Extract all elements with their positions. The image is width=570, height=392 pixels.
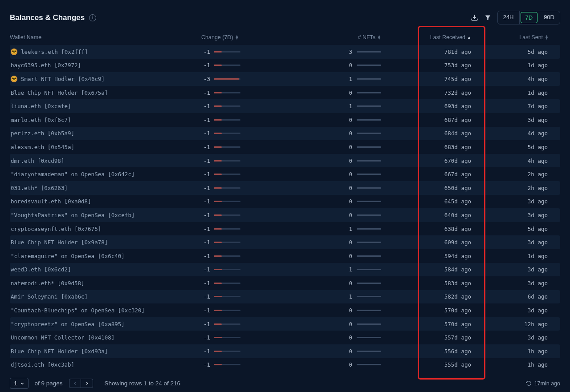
refresh-icon[interactable] [526,380,532,386]
cell-wallet: weed3.eth [0x6cd2] [10,266,201,273]
col-received[interactable]: Last Received▲ [384,34,473,40]
filter-icon[interactable] [484,14,491,21]
col-change-label: Change (7D) [201,34,233,40]
cell-change: -1 [201,144,264,150]
wallet-name: natemodi.eth* [0x9d58] [11,280,85,287]
table-row[interactable]: natemodi.eth* [0x9d58]-10583d ago3d ago [10,276,560,290]
table-row[interactable]: djtsoi.eth [0xc3ab]-10555d ago1h ago [10,358,560,372]
cell-wallet: Uncommon NFT Collector [0x4108] [10,334,201,341]
cell-sent: 7d ago [473,103,549,109]
change-value: -1 [201,158,210,164]
table-row[interactable]: 😎Smart NFT Hodler [0x46c9]-31745d ago4h … [10,72,560,86]
table-row[interactable]: perlzz.eth [0xb5a9]-10684d ago4d ago [10,127,560,141]
table-row[interactable]: "claremaguire" on OpenSea [0x6c40]-10594… [10,249,560,263]
table-row[interactable]: dmr.eth [0xcd98]-10670d ago4h ago [10,154,560,168]
cell-nfts: 0 [264,253,384,259]
table-row[interactable]: Amir Soleymani [0xab6c]-11582d ago6d ago [10,290,560,304]
table-row[interactable]: alexsm.eth [0x545a]-10683d ago5d ago [10,140,560,154]
sort-icon: ▲▼ [545,35,549,40]
range-7d[interactable]: 7D [521,12,538,23]
balances-table: Wallet Name Change (7D)▲▼ # NFTs▲▼ Last … [10,34,560,372]
cell-received: 667d ago [384,171,473,178]
table-row[interactable]: 😎leekers.eth [0x2fff]-13781d ago5d ago [10,45,560,59]
change-bar [214,201,240,202]
nfts-bar [357,65,381,66]
wallet-name: 031.eth* [0x6263] [11,185,68,191]
table-row[interactable]: marlo.eth [0xf6c7]-10687d ago3d ago [10,113,560,127]
pager-prev[interactable] [69,379,81,388]
change-value: -1 [201,62,210,69]
cell-wallet: "claremaguire" on OpenSea [0x6c40] [10,253,201,259]
nfts-value: 0 [346,334,352,341]
table-row[interactable]: Blue Chip NFT Holder [0x675a]-10732d ago… [10,86,560,100]
cell-change: -1 [201,158,264,164]
cell-wallet: perlzz.eth [0xb5a9] [10,130,201,137]
wallet-name: Smart NFT Hodler [0x46c9] [21,76,105,82]
pager-next[interactable] [81,379,93,388]
wallet-name: perlzz.eth [0xb5a9] [11,130,74,137]
nfts-bar [357,323,381,325]
table-row[interactable]: 031.eth* [0x6263]-10650d ago2h ago [10,181,560,195]
col-wallet[interactable]: Wallet Name [10,34,201,40]
cell-received: 638d ago [384,226,473,232]
cell-sent: 3d ago [473,239,549,246]
table-row[interactable]: Blue Chip NFT Holder [0x9a78]-10609d ago… [10,235,560,249]
nfts-value: 0 [346,280,352,287]
table-row[interactable]: "diaryofamademan" on OpenSea [0x642c]-10… [10,167,560,181]
table-row[interactable]: liuna.eth [0xcafe]-11693d ago7d ago [10,99,560,113]
pages-text: of 9 pages [35,380,63,387]
nfts-value: 0 [346,361,352,368]
table-row[interactable]: "cryptopreetz" on OpenSea [0xa895]-10570… [10,317,560,331]
nfts-value: 0 [346,185,352,191]
table-row[interactable]: Uncommon NFT Collector [0x4108]-10557d a… [10,331,560,344]
table-row[interactable]: "VoughtsPastries" on OpenSea [0xcefb]-10… [10,208,560,222]
col-sent[interactable]: Last Sent▲▼ [473,34,549,40]
change-value: -3 [201,76,210,82]
change-bar [214,255,240,257]
table-row[interactable]: bayc6395.eth [0x7972]-10753d ago1d ago [10,59,560,73]
cell-nfts: 1 [264,293,384,300]
range-90d[interactable]: 90D [538,11,560,24]
page-select[interactable]: 1 [10,378,28,389]
header: Balances & Changes i 24H 7D 90D [10,11,560,24]
sort-icon: ▲▼ [377,35,381,40]
table-row[interactable]: Blue Chip NFT Holder [0xd93a]-10556d ago… [10,344,560,358]
change-bar [214,65,240,66]
cell-wallet: Blue Chip NFT Holder [0x675a] [10,89,201,96]
cell-change: -1 [201,212,264,218]
cell-sent: 12h ago [473,321,549,327]
table-row[interactable]: boredsvault.eth [0xa0d8]-10645d ago3d ag… [10,195,560,209]
wallet-name: marlo.eth [0xf6c7] [11,117,71,123]
change-bar [214,78,240,80]
cell-received: 557d ago [384,334,473,341]
wallet-name: Amir Soleymani [0xab6c] [11,293,88,300]
cell-received: 609d ago [384,239,473,246]
cell-change: -1 [201,293,264,300]
wallet-badge-icon: 😎 [11,76,17,82]
page-select-value: 1 [14,380,17,387]
col-change[interactable]: Change (7D)▲▼ [201,34,264,40]
cell-change: -1 [201,130,264,137]
table-row[interactable]: "Countach-Bluechips" on OpenSea [0xc320]… [10,303,560,317]
info-icon[interactable]: i [89,14,96,21]
change-bar [214,310,240,311]
cell-sent: 1d ago [473,89,549,96]
cell-received: 732d ago [384,89,473,96]
cell-nfts: 0 [264,185,384,191]
cell-sent: 1d ago [473,253,549,259]
change-value: -1 [201,253,210,259]
table-row[interactable]: weed3.eth [0x6cd2]-11584d ago3d ago [10,263,560,277]
cell-nfts: 0 [264,130,384,137]
nfts-value: 0 [346,239,352,246]
cell-wallet: 😎Smart NFT Hodler [0x46c9] [10,76,201,82]
table-row[interactable]: cryptocaseynft.eth [0x7675]-11638d ago5d… [10,222,560,236]
download-icon[interactable] [471,14,478,21]
change-value: -1 [201,117,210,123]
cell-change: -1 [201,348,264,355]
range-24h[interactable]: 24H [498,11,520,24]
cell-nfts: 0 [264,198,384,205]
nfts-bar [357,119,381,121]
cell-nfts: 0 [264,307,384,314]
cell-received: 556d ago [384,348,473,355]
col-nfts[interactable]: # NFTs▲▼ [264,34,384,40]
